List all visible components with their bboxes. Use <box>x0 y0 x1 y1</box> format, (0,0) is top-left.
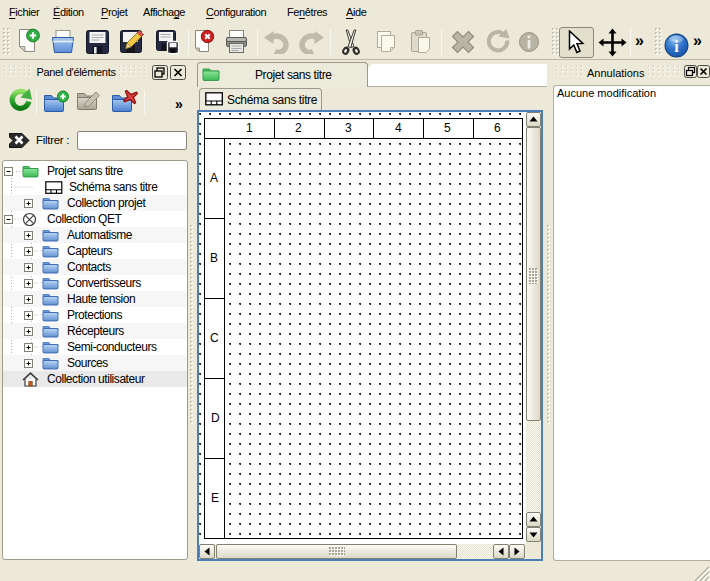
svg-text:i: i <box>674 37 679 56</box>
